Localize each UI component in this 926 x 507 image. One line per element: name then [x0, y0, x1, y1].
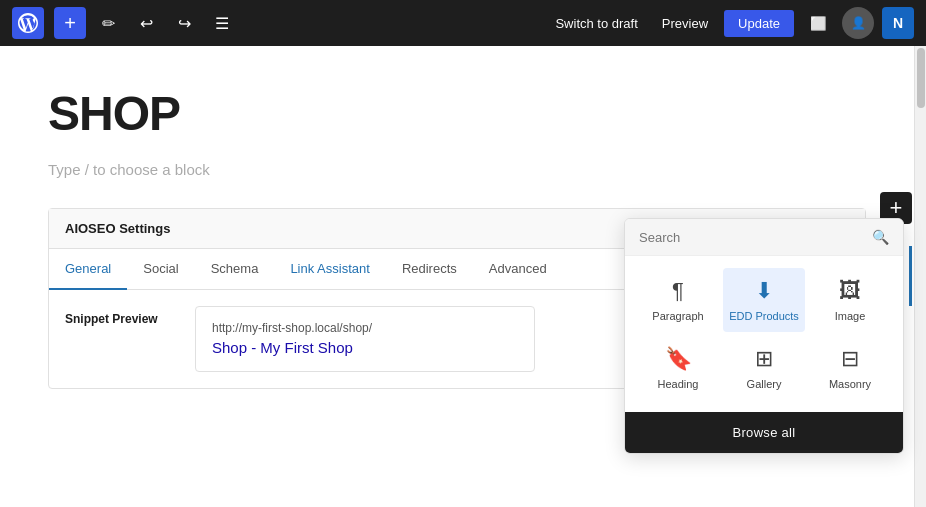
- tab-general[interactable]: General: [49, 249, 127, 290]
- inserter-item-gallery[interactable]: ⊞ Gallery: [723, 336, 805, 400]
- scrollbar-thumb[interactable]: [917, 48, 925, 108]
- inserter-item-heading[interactable]: 🔖 Heading: [637, 336, 719, 400]
- snippet-preview-label: Snippet Preview: [65, 306, 175, 326]
- inserter-item-paragraph[interactable]: ¶ Paragraph: [637, 268, 719, 332]
- snippet-preview-box: http://my-first-shop.local/shop/ Shop - …: [195, 306, 535, 372]
- redo-button[interactable]: ↪: [168, 7, 200, 39]
- inserter-search-area: 🔍: [625, 219, 903, 256]
- masonry-icon: ⊟: [841, 346, 859, 372]
- snippet-title[interactable]: Shop - My First Shop: [212, 339, 353, 356]
- block-placeholder[interactable]: Type / to choose a block: [48, 161, 866, 178]
- list-view-button[interactable]: ☰: [206, 7, 238, 39]
- inserter-label-gallery: Gallery: [747, 378, 782, 390]
- heading-icon: 🔖: [665, 346, 692, 372]
- search-icon: 🔍: [872, 229, 889, 245]
- gallery-icon: ⊞: [755, 346, 773, 372]
- inserter-grid: ¶ Paragraph ⬇ EDD Products 🖼 Image 🔖 Hea…: [625, 256, 903, 412]
- settings-toggle-button[interactable]: ⬜: [802, 7, 834, 39]
- avatar: 👤: [842, 7, 874, 39]
- tab-link-assistant[interactable]: Link Assistant: [274, 249, 386, 290]
- scrollbar-track: [914, 46, 926, 507]
- edd-products-icon: ⬇: [755, 278, 773, 304]
- inserter-item-masonry[interactable]: ⊟ Masonry: [809, 336, 891, 400]
- blue-line: [909, 246, 912, 306]
- update-button[interactable]: Update: [724, 10, 794, 37]
- preview-button[interactable]: Preview: [654, 10, 716, 37]
- page-title: SHOP: [48, 86, 866, 141]
- snippet-url: http://my-first-shop.local/shop/: [212, 321, 518, 335]
- inserter-label-image: Image: [835, 310, 866, 322]
- inserter-label-edd-products: EDD Products: [729, 310, 799, 322]
- paragraph-icon: ¶: [672, 278, 684, 304]
- inserter-item-image[interactable]: 🖼 Image: [809, 268, 891, 332]
- inserter-label-masonry: Masonry: [829, 378, 871, 390]
- inserter-item-edd-products[interactable]: ⬇ EDD Products: [723, 268, 805, 332]
- image-icon: 🖼: [839, 278, 861, 304]
- edit-button[interactable]: ✏: [92, 7, 124, 39]
- add-block-button[interactable]: +: [54, 7, 86, 39]
- tab-social[interactable]: Social: [127, 249, 194, 290]
- n-badge: N: [882, 7, 914, 39]
- inserter-label-heading: Heading: [658, 378, 699, 390]
- wp-logo[interactable]: [12, 7, 44, 39]
- tab-advanced[interactable]: Advanced: [473, 249, 563, 290]
- inserter-label-paragraph: Paragraph: [652, 310, 703, 322]
- aioseo-header-label: AIOSEO Settings: [65, 221, 170, 236]
- toolbar-right: Switch to draft Preview Update ⬜ 👤 N: [547, 7, 914, 39]
- switch-to-draft-button[interactable]: Switch to draft: [547, 10, 645, 37]
- tab-schema[interactable]: Schema: [195, 249, 275, 290]
- inserter-search-input[interactable]: [639, 230, 864, 245]
- block-inserter-popup: 🔍 ¶ Paragraph ⬇ EDD Products 🖼 Image 🔖 H…: [624, 218, 904, 454]
- toolbar: + ✏ ↩ ↪ ☰ Switch to draft Preview Update…: [0, 0, 926, 46]
- browse-all-button[interactable]: Browse all: [625, 412, 903, 453]
- undo-button[interactable]: ↩: [130, 7, 162, 39]
- tab-redirects[interactable]: Redirects: [386, 249, 473, 290]
